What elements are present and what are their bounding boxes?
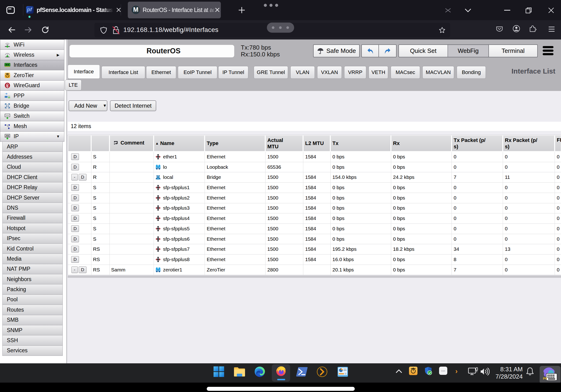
svg-text:PR: PR xyxy=(543,377,547,380)
svg-text:255: 255 xyxy=(5,135,9,137)
